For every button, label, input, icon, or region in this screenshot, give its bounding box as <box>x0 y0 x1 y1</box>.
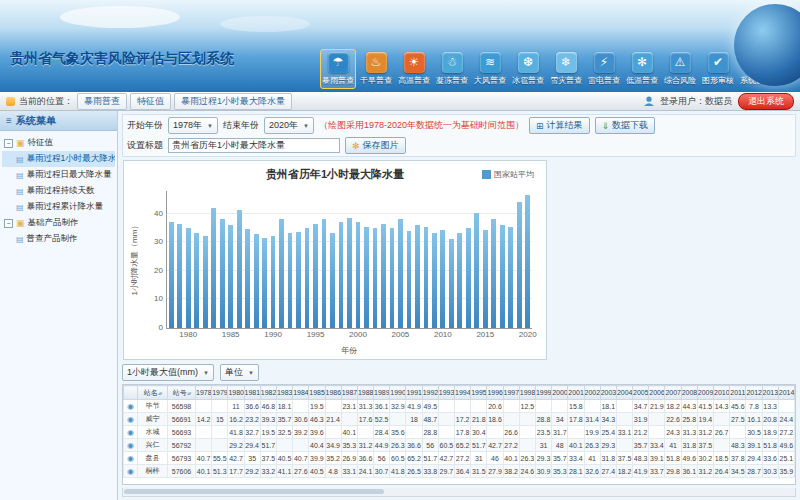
logout-button[interactable]: 退出系统 <box>738 93 794 110</box>
col-header-2002[interactable]: 2002 <box>584 386 600 400</box>
col-header-1992[interactable]: 1992 <box>422 386 438 400</box>
col-header-站名[interactable]: 站名 ▴▾ <box>138 386 168 400</box>
row-radio-icon[interactable]: ◉ <box>127 467 134 476</box>
col-header-1978[interactable]: 1978 <box>196 386 212 400</box>
download-button[interactable]: ⇓数据下载 <box>595 117 656 134</box>
col-header-1991[interactable]: 1991 <box>406 386 422 400</box>
col-header-2001[interactable]: 2001 <box>568 386 584 400</box>
sort-icon[interactable]: ▴▾ <box>187 390 190 396</box>
row-select-cell[interactable]: ◉ <box>124 452 138 465</box>
calculate-button[interactable]: ⊞计算结果 <box>529 117 590 134</box>
row-select-cell[interactable]: ◉ <box>124 400 138 413</box>
col-header-2006[interactable]: 2006 <box>649 386 665 400</box>
value-type-select[interactable]: 1小时最大值(mm)▼ <box>122 364 214 381</box>
module-冰雹普查[interactable]: ❆冰雹普查 <box>510 49 546 89</box>
module-雪灾普查[interactable]: ❄雪灾普查 <box>548 49 584 89</box>
module-雷电普查[interactable]: ⚡雷电普查 <box>586 49 622 89</box>
breadcrumb-item-1[interactable]: 特征值 <box>130 93 171 110</box>
sort-icon[interactable]: ▴▾ <box>158 390 161 396</box>
col-header-1984[interactable]: 1984 <box>293 386 309 400</box>
module-低温普查[interactable]: ✻低温普查 <box>624 49 660 89</box>
module-干旱普查[interactable]: ♨干旱普查 <box>358 49 394 89</box>
row-select-cell[interactable]: ◉ <box>124 465 138 478</box>
row-radio-icon[interactable]: ◉ <box>127 402 134 411</box>
tree-item-普查产品制作[interactable]: ▤普查产品制作 <box>2 231 115 247</box>
table-row-兴仁[interactable]: ◉兴仁5679229.229.451.740.434.935.331.244.9… <box>124 439 795 452</box>
module-暴雨普查[interactable]: ☂暴雨普查 <box>320 49 356 89</box>
col-header-2007[interactable]: 2007 <box>665 386 681 400</box>
col-header-2012[interactable]: 2012 <box>746 386 762 400</box>
col-header-2011[interactable]: 2011 <box>730 386 746 400</box>
col-header-2004[interactable]: 2004 <box>616 386 632 400</box>
col-header-1999[interactable]: 1999 <box>535 386 551 400</box>
chart-legend[interactable]: 国家站平均 <box>482 169 534 180</box>
row-radio-icon[interactable]: ◉ <box>127 441 134 450</box>
tree-item-暴雨过程1小时最大降水量[interactable]: ▤暴雨过程1小时最大降水量 <box>2 151 115 167</box>
module-大风普查[interactable]: ≋大风普查 <box>472 49 508 89</box>
expander-icon[interactable]: − <box>4 139 13 148</box>
col-header-2005[interactable]: 2005 <box>633 386 649 400</box>
save-image-button[interactable]: ✻保存图片 <box>345 137 406 154</box>
end-year-select[interactable]: 2020年▼ <box>264 117 314 134</box>
breadcrumb-item-0[interactable]: 暴雨普查 <box>77 93 127 110</box>
col-header-1997[interactable]: 1997 <box>503 386 519 400</box>
col-header-1998[interactable]: 1998 <box>519 386 535 400</box>
tree-item-暴雨过程累计降水量[interactable]: ▤暴雨过程累计降水量 <box>2 199 115 215</box>
tree-group-特征值[interactable]: −▣特征值 <box>2 135 115 151</box>
unit-select[interactable]: 单位▼ <box>220 364 259 381</box>
col-header-1986[interactable]: 1986 <box>325 386 341 400</box>
col-header-1994[interactable]: 1994 <box>455 386 471 400</box>
col-header-1982[interactable]: 1982 <box>260 386 276 400</box>
col-header-1993[interactable]: 1993 <box>438 386 454 400</box>
module-凝冻普查[interactable]: ☃凝冻普查 <box>434 49 470 89</box>
col-header-站号[interactable]: 站号 ▴▾ <box>168 386 196 400</box>
module-综合风险[interactable]: ⚠综合风险 <box>662 49 698 89</box>
chart-title-input[interactable] <box>168 138 340 153</box>
scrollbar-thumb[interactable] <box>124 489 384 494</box>
col-header-2013[interactable]: 2013 <box>762 386 778 400</box>
value-cell: 23.1 <box>341 400 357 413</box>
start-year-select[interactable]: 1978年▼ <box>168 117 218 134</box>
col-header-1981[interactable]: 1981 <box>244 386 260 400</box>
col-header-1995[interactable]: 1995 <box>471 386 487 400</box>
col-header-1980[interactable]: 1980 <box>228 386 244 400</box>
col-header-1990[interactable]: 1990 <box>390 386 406 400</box>
value-cell <box>455 400 471 413</box>
tree-item-暴雨过程日最大降水量[interactable]: ▤暴雨过程日最大降水量 <box>2 167 115 183</box>
expander-icon[interactable]: − <box>4 219 13 228</box>
table-row-威宁[interactable]: ◉威宁5669114.21516.223.239.335.730.646.321… <box>124 413 795 426</box>
row-select-cell[interactable]: ◉ <box>124 426 138 439</box>
col-header-1988[interactable]: 1988 <box>357 386 373 400</box>
row-radio-icon[interactable]: ◉ <box>127 454 134 463</box>
col-header-2009[interactable]: 2009 <box>697 386 713 400</box>
module-高温普查[interactable]: ☀高温普查 <box>396 49 432 89</box>
col-header-2003[interactable]: 2003 <box>600 386 616 400</box>
tree-item-暴雨过程持续天数[interactable]: ▤暴雨过程持续天数 <box>2 183 115 199</box>
col-header-1989[interactable]: 1989 <box>374 386 390 400</box>
bar-2002 <box>373 228 378 328</box>
col-header-1983[interactable]: 1983 <box>276 386 292 400</box>
value-cell <box>649 426 665 439</box>
col-header-1987[interactable]: 1987 <box>341 386 357 400</box>
value-cell: 31 <box>471 452 487 465</box>
col-header-2010[interactable]: 2010 <box>714 386 730 400</box>
module-图形审核[interactable]: ✔图形审核 <box>700 49 736 89</box>
row-select-cell[interactable]: ◉ <box>124 413 138 426</box>
value-cell: 42.7 <box>228 452 244 465</box>
col-header-2000[interactable]: 2000 <box>552 386 568 400</box>
col-header-1985[interactable]: 1985 <box>309 386 325 400</box>
col-header-1979[interactable]: 1979 <box>212 386 228 400</box>
table-row-盘县[interactable]: ◉盘县5679340.755.542.73537.540.540.739.935… <box>124 452 795 465</box>
table-row-水城[interactable]: ◉水城5669341.832.719.532.539.239.640.128.4… <box>124 426 795 439</box>
row-select-cell[interactable]: ◉ <box>124 439 138 452</box>
table-row-毕节[interactable]: ◉毕节565981136.646.818.119.523.131.336.132… <box>124 400 795 413</box>
row-radio-icon[interactable]: ◉ <box>127 428 134 437</box>
table-row-桐梓[interactable]: ◉桐梓5760640.151.317.729.233.241.127.640.5… <box>124 465 795 478</box>
row-radio-icon[interactable]: ◉ <box>127 415 134 424</box>
horizontal-scrollbar[interactable] <box>122 488 796 497</box>
col-header-2008[interactable]: 2008 <box>681 386 697 400</box>
breadcrumb-item-2[interactable]: 暴雨过程1小时最大降水量 <box>174 93 292 110</box>
tree-group-基础产品制作[interactable]: −▣基础产品制作 <box>2 215 115 231</box>
col-header-1996[interactable]: 1996 <box>487 386 503 400</box>
col-header-2014[interactable]: 2014 <box>778 386 794 400</box>
